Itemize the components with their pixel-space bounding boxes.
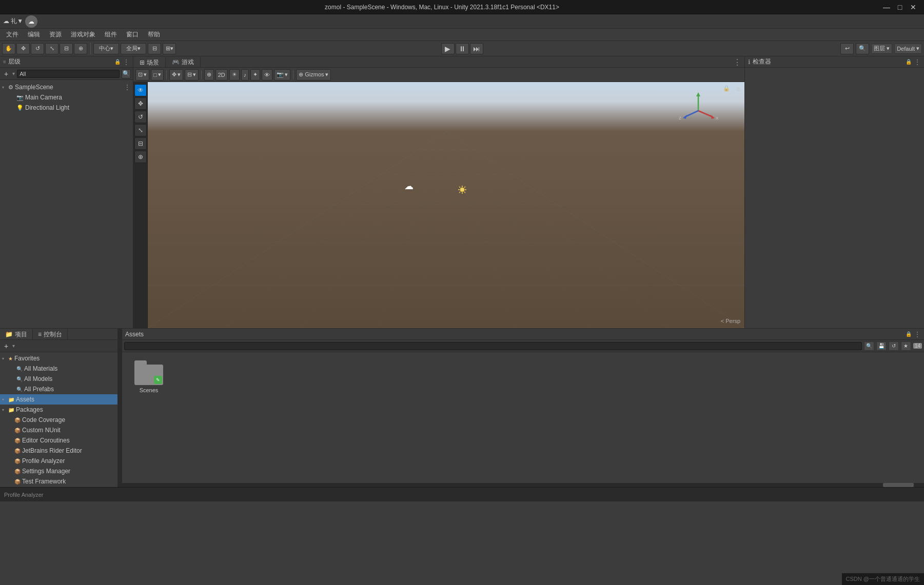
transform-all-button[interactable]: ⊕ bbox=[74, 43, 87, 54]
svg-text:X: X bbox=[716, 116, 719, 120]
hierarchy-panel-icon: ≡ bbox=[3, 59, 6, 65]
hierarchy-search-input[interactable] bbox=[17, 70, 120, 78]
menu-assets[interactable]: 资源 bbox=[45, 29, 66, 40]
scene-grid bbox=[148, 131, 744, 328]
transform-move-button[interactable]: ✥ bbox=[16, 43, 30, 54]
sleft-rotate-button[interactable]: ↺ bbox=[134, 111, 147, 123]
menu-edit[interactable]: 编辑 bbox=[24, 29, 44, 40]
scene-gizmo[interactable]: Y X Z bbox=[678, 90, 719, 131]
assets-refresh-button[interactable]: ↺ bbox=[889, 341, 899, 351]
scene-menu-button[interactable]: ≡ bbox=[736, 85, 740, 93]
transform-rect-button[interactable]: ⊟ bbox=[60, 43, 73, 54]
tab-console[interactable]: ≡ 控制台 bbox=[33, 329, 68, 339]
hierarchy-item-samplescene[interactable]: ▾ ⚙ SampleScene ⋮ bbox=[0, 82, 133, 92]
tree-item-allprefabs[interactable]: 🔍 All Prefabs bbox=[0, 384, 117, 394]
assets-star-button[interactable]: ★ bbox=[901, 341, 911, 351]
hierarchy-search-btn[interactable]: 🔍 bbox=[122, 69, 131, 78]
view-tabs-dots-button[interactable]: ⋮ bbox=[730, 57, 744, 67]
tree-item-customnunit[interactable]: 📦 Custom NUnit bbox=[0, 425, 117, 435]
menu-help[interactable]: 帮助 bbox=[144, 29, 164, 40]
bottom-scrollbar[interactable] bbox=[122, 483, 924, 487]
pause-button[interactable]: ⏸ bbox=[456, 43, 469, 54]
assets-search-input[interactable] bbox=[124, 342, 862, 350]
hierarchy-item-maincamera[interactable]: 📷 Main Camera bbox=[8, 92, 133, 103]
global-button[interactable]: 全局▾ bbox=[121, 43, 146, 54]
svg-line-6 bbox=[377, 131, 446, 328]
scene-draw-mode-button[interactable]: ⊡▾ bbox=[135, 69, 149, 80]
project-add-arrow-icon[interactable]: ▾ bbox=[12, 343, 15, 349]
sleft-eye-button[interactable]: 👁 bbox=[134, 84, 147, 96]
pivot-button[interactable]: 中心▾ bbox=[93, 43, 119, 54]
transform-rotate-button[interactable]: ↺ bbox=[31, 43, 44, 54]
menu-component[interactable]: 组件 bbox=[101, 29, 121, 40]
scene-hidden-button[interactable]: 👁 bbox=[262, 69, 272, 80]
sleft-move-button[interactable]: ✥ bbox=[134, 97, 147, 110]
tab-game[interactable]: 🎮 游戏 bbox=[166, 57, 201, 67]
scene-snap-button[interactable]: ⊟▾ bbox=[185, 69, 199, 80]
scene-globe-button[interactable]: ⊕ bbox=[204, 69, 214, 80]
scene-gizmos-button[interactable]: ⊕ Gizmos▾ bbox=[296, 69, 330, 80]
close-button[interactable]: ✕ bbox=[907, 2, 920, 12]
tab-project[interactable]: 📁 项目 bbox=[0, 329, 33, 339]
assets-save-button[interactable]: 💾 bbox=[876, 341, 887, 351]
menu-file[interactable]: 文件 bbox=[2, 29, 23, 40]
grid-snap-button[interactable]: ⊟ bbox=[148, 43, 161, 54]
menu-window[interactable]: 窗口 bbox=[122, 29, 143, 40]
assets-search-icon-btn[interactable]: 🔍 bbox=[864, 341, 874, 351]
asset-item-scenes[interactable]: ✎ Scenes bbox=[128, 358, 169, 395]
scene-audio-button[interactable]: ♪ bbox=[241, 69, 249, 80]
tree-item-allmodels[interactable]: 🔍 All Models bbox=[0, 374, 117, 384]
sleft-all-button[interactable]: ⊕ bbox=[134, 151, 147, 163]
profileanalyzer-label: Profile Analyzer bbox=[22, 457, 65, 465]
tree-item-allmaterials[interactable]: 🔍 All Materials bbox=[0, 364, 117, 374]
maximize-button[interactable]: □ bbox=[893, 2, 907, 12]
shading-arrow-icon: ▾ bbox=[158, 71, 161, 78]
tree-item-codecoverage[interactable]: 📦 Code Coverage bbox=[0, 415, 117, 425]
transform-hand-button[interactable]: ✋ bbox=[2, 43, 15, 54]
layers-dropdown[interactable]: 图层 ▾ bbox=[871, 44, 892, 54]
hierarchy-item-directionallight[interactable]: 💡 Directional Light bbox=[8, 103, 133, 113]
bottom-left-toolbar: + ▾ bbox=[0, 340, 117, 352]
menu-gameobject[interactable]: 游戏对象 bbox=[67, 29, 100, 40]
transform-scale-button[interactable]: ⤡ bbox=[45, 43, 58, 54]
cloud-button[interactable]: ☁ bbox=[25, 15, 37, 28]
tree-item-packages[interactable]: ▾ 📁 Packages bbox=[0, 405, 117, 415]
step-button[interactable]: ⏭ bbox=[470, 43, 483, 54]
tree-item-editorcoroutines[interactable]: 📦 Editor Coroutines bbox=[0, 435, 117, 446]
hierarchy-add-button[interactable]: + bbox=[2, 70, 10, 78]
center-panel: ⊞ 场景 🎮 游戏 ⋮ ⊡▾ □▾ ✥▾ ⊟▾ bbox=[133, 56, 744, 328]
scene-camera-button[interactable]: 📷▾ bbox=[274, 69, 290, 80]
inspector-dots-button[interactable]: ⋮ bbox=[914, 58, 921, 66]
scene-2d-button[interactable]: 2D bbox=[215, 69, 228, 80]
tree-item-testframework[interactable]: 📦 Test Framework bbox=[0, 476, 117, 487]
sleft-scale-button[interactable]: ⤡ bbox=[134, 124, 147, 136]
play-button[interactable]: ▶ bbox=[441, 43, 455, 54]
minimize-button[interactable]: — bbox=[880, 2, 893, 12]
scene-effects-button[interactable]: ✦ bbox=[250, 69, 260, 80]
tree-item-assets[interactable]: ▾ 📁 Assets bbox=[0, 394, 117, 405]
tree-item-favorites[interactable]: ▾ ★ Favorites bbox=[0, 353, 117, 364]
sleft-rect-button[interactable]: ⊟ bbox=[134, 137, 147, 150]
scene-shading-button[interactable]: □▾ bbox=[151, 69, 164, 80]
bottom-scrollbar-thumb[interactable] bbox=[883, 483, 914, 487]
hierarchy-dots-button[interactable]: ⋮ bbox=[123, 58, 130, 66]
search-button[interactable]: 🔍 bbox=[856, 43, 869, 54]
viewport[interactable]: ≡ 🔒 ☁ bbox=[148, 82, 744, 328]
history-button[interactable]: ↩ bbox=[840, 43, 854, 54]
tree-item-settingsmanager[interactable]: 📦 Settings Manager bbox=[0, 466, 117, 476]
tree-item-profileanalyzer[interactable]: 📦 Profile Analyzer bbox=[0, 456, 117, 466]
layout-dropdown[interactable]: Default ▾ bbox=[894, 44, 922, 54]
grid-settings-button[interactable]: ⊞▾ bbox=[163, 43, 176, 54]
persp-label: < Persp bbox=[721, 318, 740, 324]
account-label[interactable]: ☁ 礼▼ bbox=[3, 17, 23, 26]
tree-item-jetbrains[interactable]: 📦 JetBrains Rider Editor bbox=[0, 446, 117, 456]
project-add-button[interactable]: + bbox=[2, 342, 10, 350]
hierarchy-add-arrow[interactable]: ▾ bbox=[12, 71, 15, 76]
scene-transform-button[interactable]: ✥▾ bbox=[169, 69, 183, 80]
samplescene-dots-button[interactable]: ⋮ bbox=[124, 84, 131, 91]
tab-scene[interactable]: ⊞ 场景 bbox=[133, 57, 166, 67]
assets-dots-button[interactable]: ⋮ bbox=[914, 331, 921, 338]
scene-light-button[interactable]: ☀ bbox=[229, 69, 240, 80]
main-toolbar: ✋ ✥ ↺ ⤡ ⊟ ⊕ 中心▾ 全局▾ ⊟ ⊞▾ ▶ ⏸ ⏭ ↩ 🔍 图层 ▾ … bbox=[0, 41, 924, 56]
vertical-divider[interactable] bbox=[118, 329, 122, 487]
